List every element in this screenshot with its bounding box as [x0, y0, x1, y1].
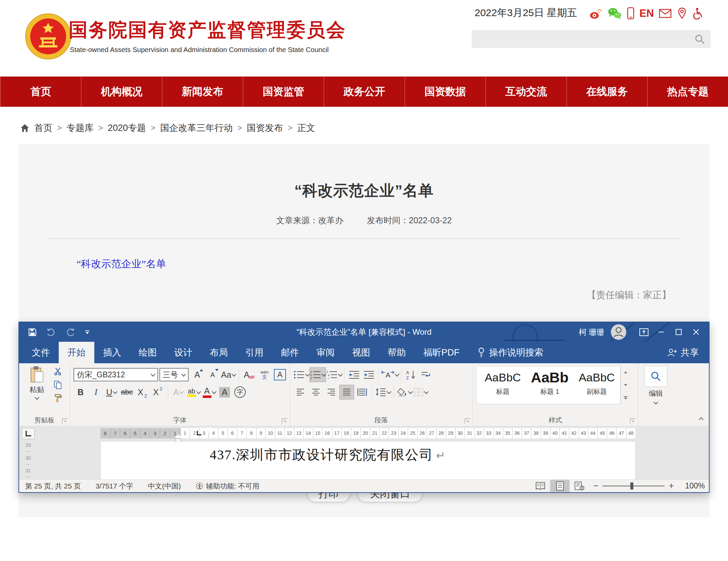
change-case-button[interactable]: Aa — [221, 368, 236, 382]
read-mode-icon[interactable] — [531, 480, 550, 492]
language-indicator[interactable]: 中文(中国) — [148, 481, 181, 491]
paste-button[interactable]: 粘贴 — [22, 366, 51, 416]
sort-button[interactable]: A Z — [404, 368, 418, 382]
styles-dialog-launcher-icon[interactable]: ↘ — [630, 418, 635, 424]
nav-item[interactable]: 政务公开 — [324, 77, 404, 107]
breadcrumb-item[interactable]: 国企改革三年行动 > — [160, 122, 242, 134]
asian-layout-button[interactable]: A — [381, 368, 399, 382]
web-layout-icon[interactable] — [570, 480, 589, 492]
mobile-icon[interactable] — [627, 7, 634, 20]
subscript-button[interactable]: X2 — [135, 385, 149, 399]
search-icon[interactable] — [694, 34, 705, 45]
phonetic-guide-button[interactable]: wén文 — [257, 368, 272, 382]
ribbon-tab[interactable]: 视图 — [343, 342, 379, 363]
strikethrough-button[interactable]: abc — [120, 385, 134, 399]
ribbon-tab[interactable]: 福昕PDF — [415, 342, 468, 363]
word-count[interactable]: 3/7517 个字 — [96, 481, 133, 491]
home-icon[interactable] — [20, 124, 30, 133]
ribbon-tab[interactable]: 帮助 — [379, 342, 415, 363]
document-text-line[interactable]: 437.深圳市市政设计研究院有限公司 ↵ — [210, 446, 445, 464]
style-item[interactable]: AaBbC 标题 — [479, 368, 526, 404]
ribbon-tab[interactable]: 开始 — [59, 342, 94, 363]
line-spacing-button[interactable] — [376, 385, 391, 399]
distribute-button[interactable] — [355, 385, 369, 399]
redo-icon[interactable] — [65, 328, 76, 336]
show-paragraph-marks-button[interactable] — [419, 368, 433, 382]
style-item[interactable]: AaBbC 副标题 — [573, 368, 620, 404]
breadcrumb-item[interactable]: 专题库 > — [66, 122, 103, 134]
clear-formatting-button[interactable]: A — [242, 368, 256, 382]
wechat-icon[interactable] — [607, 7, 622, 19]
font-dialog-launcher-icon[interactable]: ↘ — [282, 418, 287, 424]
nav-item[interactable]: 国资监管 — [243, 77, 324, 107]
ribbon-tab[interactable]: 绘图 — [130, 342, 165, 363]
align-left-button[interactable] — [293, 385, 307, 399]
enclose-characters-button[interactable]: 字 — [233, 385, 247, 399]
text-effects-button[interactable]: A — [171, 385, 185, 399]
character-shading-button[interactable]: A — [217, 385, 232, 399]
multilevel-list-button[interactable]: 1ai — [326, 368, 342, 382]
english-version-link[interactable]: EN — [639, 7, 654, 19]
close-icon[interactable] — [687, 322, 705, 342]
nav-item[interactable]: 在线服务 — [566, 77, 647, 107]
nav-item[interactable]: 机构概况 — [81, 77, 162, 107]
accessibility-icon[interactable] — [692, 7, 702, 19]
justify-button[interactable] — [340, 385, 354, 399]
weibo-icon[interactable] — [589, 7, 602, 19]
italic-button[interactable]: I — [89, 385, 103, 399]
style-item[interactable]: AaBb 标题 1 — [526, 368, 573, 404]
undo-icon[interactable] — [46, 328, 56, 336]
bullets-button[interactable] — [293, 368, 309, 382]
format-painter-icon[interactable] — [53, 393, 63, 403]
customize-qat-icon[interactable] — [85, 329, 90, 335]
decrease-indent-button[interactable] — [347, 368, 361, 382]
font-name-select[interactable]: 仿宋_GB2312 — [74, 368, 158, 381]
character-border-button[interactable]: A — [273, 368, 287, 382]
avatar[interactable] — [611, 324, 626, 340]
zoom-in-button[interactable]: + — [669, 481, 674, 491]
align-center-button[interactable] — [309, 385, 323, 399]
nav-item[interactable]: 互动交流 — [485, 77, 566, 107]
tell-me-search[interactable]: 操作说明搜索 — [478, 342, 543, 363]
zoom-out-button[interactable]: − — [593, 481, 598, 491]
shading-button[interactable] — [397, 385, 412, 399]
superscript-button[interactable]: X2 — [151, 385, 165, 399]
ribbon-display-options-icon[interactable] — [635, 322, 652, 342]
nav-item[interactable]: 新闻发布 — [162, 77, 243, 107]
ribbon-tab[interactable]: 设计 — [165, 342, 201, 363]
attachment-link[interactable]: “科改示范企业”名单 — [77, 257, 166, 271]
styles-scroll-up-icon[interactable] — [621, 366, 630, 379]
bold-button[interactable]: B — [74, 385, 88, 399]
ribbon-tab[interactable]: 邮件 — [272, 342, 308, 363]
nav-item[interactable]: 首页 — [0, 77, 81, 107]
styles-scroll-down-icon[interactable] — [621, 379, 630, 391]
maximize-icon[interactable] — [670, 322, 687, 342]
mail-icon[interactable] — [659, 8, 672, 18]
shrink-font-button[interactable]: A — [205, 368, 220, 382]
vertical-ruler[interactable]: 293031 — [22, 441, 35, 481]
breadcrumb-item[interactable]: 国资发布 > — [247, 122, 292, 134]
site-search-input[interactable] — [472, 30, 711, 48]
grow-font-button[interactable]: A — [190, 368, 204, 382]
nav-item[interactable]: 热点专题 — [647, 77, 728, 107]
text-highlight-button[interactable]: ab — [187, 385, 201, 399]
clipboard-dialog-launcher-icon[interactable]: ↘ — [62, 418, 67, 424]
breadcrumb-item[interactable]: 正文 > — [297, 122, 315, 134]
find-button[interactable] — [644, 366, 667, 387]
numbering-button[interactable]: 123 — [310, 368, 326, 382]
zoom-slider[interactable] — [602, 485, 665, 486]
nav-item[interactable]: 国资数据 — [404, 77, 485, 107]
copy-icon[interactable] — [53, 380, 63, 389]
ribbon-tab[interactable]: 审阅 — [308, 342, 343, 363]
accessibility-status[interactable]: 辅助功能: 不可用 — [196, 481, 259, 491]
save-icon[interactable] — [28, 328, 37, 337]
page-indicator[interactable]: 第 25 页, 共 25 页 — [25, 481, 81, 491]
ribbon-tab[interactable]: 插入 — [94, 342, 130, 363]
increase-indent-button[interactable] — [362, 368, 376, 382]
ribbon-tab[interactable]: 引用 — [237, 342, 272, 363]
collapse-ribbon-icon[interactable] — [699, 417, 703, 423]
borders-button[interactable] — [414, 385, 428, 399]
share-button[interactable]: 共享 — [667, 342, 699, 363]
font-size-select[interactable]: 三号 — [159, 368, 189, 381]
word-titlebar[interactable]: “科改示范企业”名单 [兼容模式] - Word 柯 珊珊 — [19, 322, 709, 342]
